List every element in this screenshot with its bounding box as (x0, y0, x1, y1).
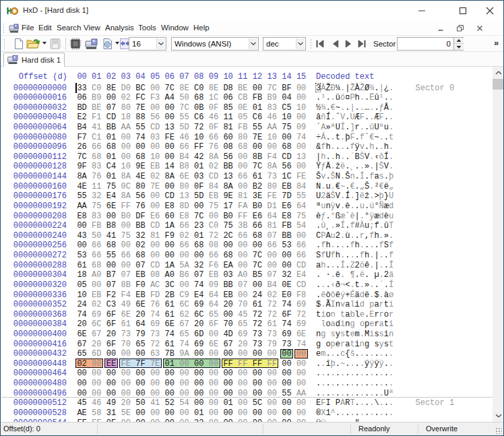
open-dropdown-arrow[interactable] (42, 42, 46, 44)
menu-window[interactable]: Window (161, 21, 189, 36)
hex-byte: D0 (121, 84, 131, 93)
menu-analysis[interactable]: Analysis (105, 21, 134, 36)
decoded-char: h (336, 251, 340, 260)
menu-file[interactable]: File (22, 21, 34, 36)
scroll-down-button[interactable] (493, 410, 504, 422)
menu-tools[interactable]: Tools (138, 21, 156, 36)
sector-spin-up-button[interactable] (454, 38, 464, 44)
first-sector-button[interactable] (314, 38, 326, 49)
hex-byte: FE (296, 172, 306, 181)
disk-image-dropdown-arrow[interactable] (115, 42, 119, 44)
hex-column-header: 00 (77, 72, 86, 82)
encoding-dropdown[interactable] (249, 38, 257, 49)
open-disk-image-button[interactable] (26, 38, 38, 50)
hex-byte: 00 (296, 93, 306, 102)
hex-byte: 00 (238, 261, 247, 270)
hex-byte: 00 (92, 359, 101, 369)
last-sector-button[interactable] (356, 38, 368, 49)
hex-byte: 00 (282, 369, 291, 378)
mdi-minimize-button[interactable] (433, 23, 448, 33)
decoded-char: b (350, 310, 354, 319)
decoded-char: t (340, 310, 345, 319)
hex-byte: 00 (150, 379, 160, 388)
decoded-char: . (384, 398, 389, 408)
hex-byte: 68 (238, 142, 247, 152)
hex-byte: 00 (135, 142, 145, 152)
decoded-char: . (355, 270, 360, 280)
close-button[interactable] (474, 1, 504, 21)
decoded-char: ¼ (336, 84, 340, 93)
menu-search[interactable]: Search (57, 21, 81, 36)
decoded-char: n (316, 330, 321, 339)
hex-byte: 8A (223, 182, 232, 191)
toolbar-band-grip[interactable] (310, 38, 312, 49)
tab-hard-disk-1[interactable]: Hard disk 1 (3, 53, 65, 67)
decoded-char: i (340, 319, 345, 329)
decoded-char: . (340, 191, 345, 201)
toolbar-grip[interactable] (3, 38, 5, 49)
hex-byte: 00 (179, 408, 189, 418)
open-ram-button[interactable] (69, 38, 82, 50)
resize-grip[interactable] (495, 427, 502, 434)
hex-byte: 10 (267, 133, 277, 142)
decoded-char: i (321, 310, 325, 319)
mdi-restore-button[interactable] (453, 23, 468, 33)
offset-base-dropdown[interactable] (296, 38, 305, 49)
decoded-char: g (321, 330, 325, 339)
encoding-select[interactable]: Windows (ANSI) (171, 37, 259, 51)
new-file-button[interactable] (13, 38, 25, 50)
decoded-char: ž (336, 162, 340, 171)
decoded-char: ð (336, 280, 340, 290)
decoded-char: . (365, 379, 369, 388)
sector-spin-down-button[interactable] (454, 44, 464, 50)
bytes-per-row-dropdown[interactable] (156, 38, 165, 49)
decoded-char: . (350, 379, 354, 388)
menu-edit[interactable]: Edit (38, 21, 52, 36)
decoded-char: . (316, 280, 321, 290)
open-disk-button[interactable] (85, 38, 98, 50)
hex-column-header: 13 (267, 72, 277, 82)
hex-byte: 70 (121, 340, 131, 349)
decoded-char: æ (374, 212, 379, 221)
vertical-scrollbar[interactable] (493, 67, 504, 422)
mdi-close-button[interactable] (472, 23, 487, 33)
menu-help[interactable]: Help (193, 21, 210, 36)
menubar-grip[interactable] (3, 23, 5, 34)
decoded-char: è (350, 212, 354, 221)
decoded-char: . (325, 349, 330, 359)
offset-value: 00000000256 (13, 241, 67, 250)
decoded-char: . (331, 221, 336, 230)
bytes-per-row-select[interactable]: 16 (129, 37, 166, 51)
disk-image-button[interactable] (102, 38, 114, 50)
toolbar-overflow-button[interactable]: » (494, 38, 498, 48)
decoded-char: ä (389, 270, 393, 280)
decoded-char: . (340, 241, 345, 250)
decoded-char: . (360, 103, 365, 113)
decoded-char: u (365, 221, 369, 230)
hex-byte: 00 (106, 369, 116, 378)
hex-byte: BB (223, 280, 232, 290)
hex-byte: 6F (106, 310, 116, 319)
scrollbar-thumb[interactable] (493, 79, 504, 90)
decoded-char: . (340, 201, 345, 211)
next-sector-button[interactable] (342, 38, 354, 49)
scroll-up-button[interactable] (493, 67, 504, 78)
previous-sector-button[interactable] (329, 38, 342, 49)
decoded-char: . (325, 152, 330, 162)
decoded-char: ª (331, 123, 336, 132)
decoded-char: ú (369, 201, 374, 211)
hex-byte: 8A (165, 172, 175, 181)
decoded-char: f (350, 241, 354, 250)
decoded-char: € (331, 103, 336, 113)
save-button-disabled[interactable] (49, 38, 61, 50)
decoded-char (316, 319, 321, 329)
menu-view[interactable]: View (84, 21, 100, 36)
maximize-button[interactable] (447, 1, 478, 21)
hex-byte: 00 (121, 389, 131, 398)
sector-number-input[interactable]: 0 (397, 37, 464, 51)
minimize-button[interactable] (406, 1, 437, 21)
hex-editor[interactable]: Offset (d)000102030405060708091011121314… (1, 67, 493, 422)
decoded-char: i (355, 300, 360, 309)
decoded-char: . (365, 389, 369, 398)
offset-base-select[interactable]: dec (263, 37, 306, 51)
